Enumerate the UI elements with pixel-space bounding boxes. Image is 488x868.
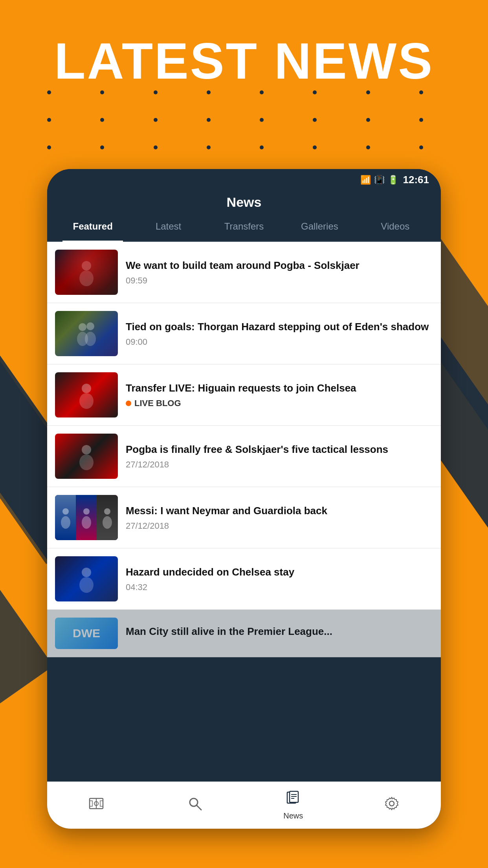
- news-content-messi: Messi: I want Neymar and Guardiola back …: [126, 504, 433, 531]
- news-item-pogba[interactable]: We want to build team around Pogba - Sol…: [47, 242, 441, 303]
- settings-icon: [384, 796, 399, 815]
- live-dot: [126, 401, 131, 406]
- tab-galleries[interactable]: Galleries: [282, 218, 357, 235]
- svg-point-3: [86, 322, 94, 330]
- news-list: We want to build team around Pogba - Sol…: [47, 242, 441, 829]
- field-icon: [89, 796, 104, 811]
- tab-videos[interactable]: Videos: [358, 218, 433, 235]
- news-thumb-higuain: [55, 372, 118, 417]
- wifi-icon: 📶: [360, 175, 371, 185]
- status-icons: 📶 📳 🔋: [360, 175, 398, 185]
- app-header: News: [47, 191, 441, 218]
- svg-point-14: [104, 508, 110, 515]
- svg-point-17: [79, 577, 94, 593]
- player-silhouette: [73, 259, 100, 286]
- svg-point-8: [82, 445, 91, 454]
- news-title-pogba: We want to build team around Pogba - Sol…: [126, 259, 433, 272]
- news-time-pogba-tactical: 27/12/2018: [126, 460, 433, 470]
- news-icon: [286, 791, 301, 809]
- svg-point-0: [82, 261, 91, 270]
- dot-grid-decoration: [47, 90, 441, 149]
- svg-point-11: [61, 516, 70, 529]
- svg-point-2: [79, 323, 86, 331]
- news-item-mancity[interactable]: DWE Man City still alive in the Premier …: [47, 610, 441, 657]
- news-time-pogba: 09:59: [126, 276, 433, 286]
- news-content-pogba-tactical: Pogba is finally free & Solskjaer's five…: [126, 443, 433, 470]
- player-silhouette-hazard: [73, 565, 100, 593]
- svg-point-16: [82, 568, 91, 577]
- svg-point-10: [62, 508, 69, 515]
- app-header-title: News: [227, 195, 262, 210]
- news-thumb-mancity: DWE: [55, 618, 118, 649]
- nav-settings[interactable]: [343, 796, 441, 815]
- phone-mockup: 📶 📳 🔋 12:61 News Featured Latest Transfe…: [47, 169, 441, 829]
- news-thumb-messi: [55, 495, 118, 540]
- nav-news[interactable]: News: [244, 791, 343, 820]
- signal-icon: 📳: [374, 175, 385, 185]
- news-time-thorgan: 09:00: [126, 337, 433, 347]
- news-content-thorgan: Tied on goals: Thorgan Hazard stepping o…: [126, 320, 433, 347]
- player-silhouette-pogba2: [73, 443, 100, 470]
- svg-point-5: [85, 332, 96, 346]
- nav-news-label: News: [283, 811, 303, 820]
- tab-featured[interactable]: Featured: [55, 218, 130, 235]
- svg-point-12: [83, 508, 90, 515]
- news-title-thorgan: Tied on goals: Thorgan Hazard stepping o…: [126, 320, 433, 334]
- player-silhouette-higuain: [73, 381, 100, 409]
- news-thumb-thorgan: [55, 311, 118, 356]
- news-title-higuain: Transfer LIVE: Higuain requests to join …: [126, 381, 433, 395]
- page-title: LATEST NEWS: [0, 31, 488, 90]
- news-content-hazard: Hazard undecided on Chelsea stay 04:32: [126, 565, 433, 592]
- svg-point-9: [79, 454, 94, 470]
- svg-point-30: [389, 801, 394, 806]
- scores-icon: [89, 796, 104, 815]
- news-content-mancity: Man City still alive in the Premier Leag…: [126, 625, 433, 642]
- search-icon: [187, 796, 202, 815]
- status-time: 12:61: [403, 174, 429, 186]
- news-thumb-hazard: [55, 556, 118, 601]
- svg-point-6: [82, 384, 91, 393]
- players-silhouette: [73, 320, 100, 348]
- news-title-hazard: Hazard undecided on Chelsea stay: [126, 565, 433, 579]
- nav-search[interactable]: [146, 796, 244, 815]
- gear-svg-icon: [384, 796, 399, 811]
- news-time-messi: 27/12/2018: [126, 521, 433, 531]
- news-time-hazard: 04:32: [126, 582, 433, 592]
- status-bar: 📶 📳 🔋 12:61: [47, 169, 441, 191]
- tab-bar: Featured Latest Transfers Galleries Vide…: [47, 218, 441, 242]
- news-title-messi: Messi: I want Neymar and Guardiola back: [126, 504, 433, 518]
- bottom-nav: News: [47, 782, 441, 829]
- svg-line-24: [196, 805, 201, 810]
- tab-latest[interactable]: Latest: [130, 218, 206, 235]
- news-thumb-pogba-tactical: [55, 434, 118, 479]
- svg-point-1: [79, 270, 94, 286]
- news-svg-icon: [286, 791, 301, 805]
- news-item-higuain[interactable]: Transfer LIVE: Higuain requests to join …: [47, 364, 441, 426]
- live-badge: LIVE BLOG: [126, 398, 433, 408]
- news-item-thorgan[interactable]: Tied on goals: Thorgan Hazard stepping o…: [47, 303, 441, 364]
- tab-transfers[interactable]: Transfers: [206, 218, 282, 235]
- news-item-pogba-tactical[interactable]: Pogba is finally free & Solskjaer's five…: [47, 426, 441, 487]
- news-title-pogba-tactical: Pogba is finally free & Solskjaer's five…: [126, 443, 433, 456]
- news-item-hazard[interactable]: Hazard undecided on Chelsea stay 04:32: [47, 548, 441, 610]
- news-title-mancity: Man City still alive in the Premier Leag…: [126, 625, 433, 638]
- battery-icon: 🔋: [388, 175, 398, 185]
- live-badge-text: LIVE BLOG: [134, 398, 181, 408]
- nav-scores[interactable]: [47, 796, 146, 815]
- svg-point-7: [79, 393, 94, 409]
- news-content-higuain: Transfer LIVE: Higuain requests to join …: [126, 381, 433, 408]
- svg-point-15: [103, 516, 112, 529]
- svg-point-13: [82, 516, 91, 529]
- search-svg-icon: [187, 796, 202, 811]
- news-thumb-pogba: [55, 250, 118, 295]
- news-item-messi[interactable]: Messi: I want Neymar and Guardiola back …: [47, 487, 441, 548]
- news-content-pogba: We want to build team around Pogba - Sol…: [126, 259, 433, 286]
